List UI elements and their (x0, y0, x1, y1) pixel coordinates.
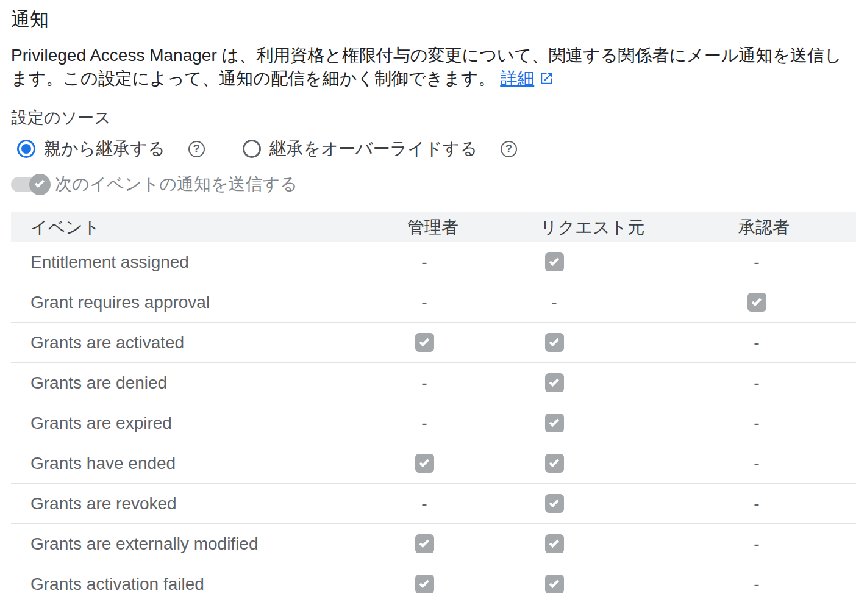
check-icon (419, 457, 429, 467)
dash: - (754, 414, 759, 433)
check-icon (549, 256, 558, 265)
header-requester: リクエスト元 (540, 212, 644, 242)
checked-checkbox-icon (545, 333, 564, 352)
check-icon (549, 497, 558, 507)
radio-button-icon (243, 140, 261, 158)
radio-label: 継承をオーバーライドする (269, 137, 477, 160)
learn-more-link[interactable]: 詳細 (500, 69, 534, 88)
checked-checkbox-icon (747, 293, 766, 312)
requester-cell: - (527, 282, 582, 322)
admin-cell: - (397, 443, 452, 483)
admin-cell: - (397, 564, 452, 604)
approver-cell: - (729, 443, 784, 483)
dash: - (551, 293, 557, 312)
requester-cell: - (527, 484, 582, 523)
checked-checkbox-icon (415, 534, 434, 553)
checked-checkbox-icon (415, 575, 434, 593)
dash: - (421, 414, 427, 433)
admin-cell: - (397, 524, 452, 564)
notifications-settings-page: 通知 Privileged Access Manager は、利用資格と権限付与… (0, 0, 867, 616)
approver-cell: - (729, 242, 784, 282)
checked-checkbox-icon (545, 494, 564, 513)
checked-checkbox-icon (545, 373, 564, 392)
dash: - (754, 534, 759, 554)
dash: - (421, 293, 427, 312)
check-icon (751, 296, 761, 306)
checked-checkbox-icon (545, 252, 564, 271)
approver-cell: - (729, 403, 784, 443)
page-description: Privileged Access Manager は、利用資格と権限付与の変更… (11, 44, 847, 90)
admin-cell: - (397, 484, 452, 523)
dash: - (754, 333, 759, 353)
table-row: Entitlement assigned - - - (11, 242, 856, 282)
description-text: Privileged Access Manager は、利用資格と権限付与の変更… (11, 46, 842, 88)
dash: - (754, 252, 759, 272)
requester-cell: - (527, 443, 582, 483)
dash: - (421, 252, 427, 272)
table-row: Grants are externally modified - - - (11, 524, 856, 564)
requester-cell: - (527, 323, 582, 362)
page-title: 通知 (11, 7, 856, 32)
external-link-icon (539, 71, 554, 86)
table-row: Grant requires approval - - - (11, 282, 856, 323)
admin-cell: - (397, 282, 452, 322)
help-icon[interactable]: ? (188, 141, 205, 157)
radio-option-inherit-from-parent[interactable]: 親から継承する (17, 137, 165, 160)
approver-cell: - (729, 323, 784, 362)
dash: - (754, 454, 759, 473)
check-icon (549, 417, 558, 426)
dash: - (421, 373, 427, 393)
radio-option-override-inheritance[interactable]: 継承をオーバーライドする (243, 137, 477, 160)
check-icon (419, 537, 429, 547)
admin-cell: - (397, 363, 452, 403)
table-row: Grants are denied - - - (11, 363, 856, 403)
check-icon (549, 457, 558, 467)
requester-cell: - (527, 524, 582, 564)
toggle-thumb-check-icon (29, 174, 51, 195)
checked-checkbox-icon (415, 333, 434, 352)
toggle-label: 次のイベントの通知を送信する (55, 173, 298, 196)
table-row: Grants are activated - - - (11, 323, 856, 363)
admin-cell: - (397, 242, 452, 282)
checked-checkbox-icon (545, 454, 564, 473)
dash: - (754, 494, 759, 514)
table-row: Grants are expired - - - (11, 403, 856, 443)
check-icon (419, 336, 429, 346)
settings-source-label: 設定のソース (11, 109, 856, 127)
notifications-toggle (11, 177, 50, 192)
radio-label: 親から継承する (44, 137, 165, 160)
approver-cell: - (729, 484, 784, 523)
approver-cell: - (729, 564, 784, 604)
header-admin: 管理者 (407, 212, 458, 242)
admin-cell: - (397, 403, 452, 443)
dash: - (754, 575, 759, 594)
dash: - (754, 373, 759, 393)
requester-cell: - (527, 242, 582, 282)
radio-button-icon (17, 140, 35, 158)
checked-checkbox-icon (545, 414, 564, 432)
table-row: Grants have ended - - - (11, 443, 856, 484)
approver-cell: - (729, 282, 784, 322)
header-event: イベント (30, 212, 101, 242)
help-icon[interactable]: ? (501, 141, 517, 157)
checked-checkbox-icon (545, 534, 564, 553)
approver-cell: - (729, 363, 784, 403)
requester-cell: - (527, 564, 582, 604)
approver-cell: - (729, 524, 784, 564)
check-icon (549, 578, 558, 587)
table-row: Grants activation failed - - - (11, 564, 856, 604)
check-icon (419, 578, 429, 587)
requester-cell: - (527, 403, 582, 443)
check-icon (549, 537, 558, 547)
check-icon (549, 376, 558, 386)
admin-cell: - (397, 323, 452, 362)
events-table: イベント 管理者 リクエスト元 承認者 Entitlement assigned… (11, 212, 856, 604)
checked-checkbox-icon (415, 454, 434, 473)
notifications-toggle-row: 次のイベントの通知を送信する (11, 173, 856, 195)
dash: - (421, 494, 427, 514)
check-icon (35, 178, 45, 188)
check-icon (549, 336, 558, 346)
requester-cell: - (527, 363, 582, 403)
table-row: Grants are revoked - - - (11, 484, 856, 524)
header-approver: 承認者 (738, 212, 790, 242)
